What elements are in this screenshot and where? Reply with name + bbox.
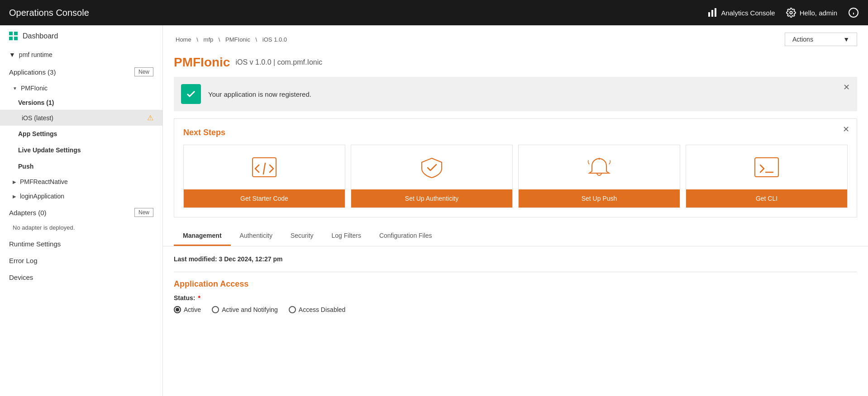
next-step-card-push[interactable]: Set Up Push: [518, 145, 680, 208]
app-version: iOS v 1.0.0 | com.pmf.Ionic: [235, 58, 322, 66]
analytics-console-label: Analytics Console: [721, 9, 775, 17]
sidebar-item-runtime-settings[interactable]: Runtime Settings: [0, 236, 162, 252]
sidebar-item-ios[interactable]: iOS (latest) ⚠: [0, 110, 162, 126]
radio-option-active-notifying[interactable]: Active and Notifying: [212, 306, 278, 313]
app-name: PMFIonic: [174, 55, 230, 70]
tab-management[interactable]: Management: [174, 226, 231, 246]
sidebar-item-live-update-settings[interactable]: Live Update Settings: [0, 142, 162, 158]
check-circle-icon: [181, 84, 201, 104]
sidebar-item-pmfionic[interactable]: ▼ PMFIonic: [0, 81, 162, 95]
applications-label: Applications (3): [9, 68, 56, 76]
next-step-card-authenticity[interactable]: Set Up Authenticity: [351, 145, 513, 208]
breadcrumb: Home \ mfp \ PMFIonic \ iOS 1.0.0: [174, 36, 289, 43]
pmf-runtime-label: pmf runtime: [19, 51, 52, 58]
breadcrumb-version[interactable]: iOS 1.0.0: [262, 36, 287, 43]
admin-menu[interactable]: Hello, admin: [786, 8, 837, 18]
tabs-bar: Management Authenticity Security Log Fil…: [163, 226, 868, 246]
svg-rect-2: [715, 8, 716, 17]
sidebar-item-error-log[interactable]: Error Log: [0, 252, 162, 269]
actions-dropdown[interactable]: Actions ▼: [785, 33, 857, 46]
breadcrumb-bar: Home \ mfp \ PMFIonic \ iOS 1.0.0 Action…: [163, 25, 868, 52]
divider: [174, 272, 857, 272]
svg-rect-10: [755, 158, 778, 177]
new-application-button[interactable]: New: [134, 67, 153, 76]
tab-content-management: Last modified: 3 Dec 2024, 12:27 pm Appl…: [163, 246, 868, 322]
push-label: Push: [18, 163, 33, 170]
breadcrumb-mfp[interactable]: mfp: [204, 36, 214, 43]
sidebar-section-pmf-runtime[interactable]: ▼ pmf runtime: [0, 47, 162, 63]
breadcrumb-sep3: \: [256, 36, 259, 43]
breadcrumb-home[interactable]: Home: [176, 36, 191, 43]
sidebar-adapters-row: Adapters (0) New: [0, 203, 162, 222]
card-icon-terminal: [686, 145, 847, 189]
sidebar-applications-row: Applications (3) New: [0, 63, 162, 81]
no-adapter-text: No adapter is deployed.: [0, 222, 162, 236]
ios-label: iOS (latest): [22, 114, 53, 122]
app-header: PMFIonic iOS v 1.0.0 | com.pmf.Ionic: [163, 52, 868, 77]
radio-disabled-circle: [289, 306, 296, 313]
bar-chart-icon: [707, 8, 717, 18]
radio-option-access-disabled[interactable]: Access Disabled: [289, 306, 346, 313]
radio-notifying-circle: [212, 306, 219, 313]
radio-option-active[interactable]: Active: [174, 306, 201, 313]
top-nav-right: Analytics Console Hello, admin: [707, 7, 859, 18]
status-label: Status:: [174, 294, 195, 302]
info-button[interactable]: [848, 7, 859, 18]
admin-label: Hello, admin: [800, 9, 837, 17]
sidebar-item-push[interactable]: Push: [0, 158, 162, 174]
radio-options: Active Active and Notifying Access Disab…: [174, 306, 857, 313]
svg-line-8: [263, 163, 265, 174]
radio-active-label: Active: [184, 306, 201, 313]
app-settings-label: App Settings: [18, 130, 57, 137]
app-title: Operations Console: [9, 8, 89, 18]
radio-active-dot: [176, 308, 179, 311]
new-adapter-button[interactable]: New: [134, 208, 153, 217]
next-steps-close-button[interactable]: ✕: [843, 124, 849, 134]
dashboard-grid-icon: [9, 32, 17, 40]
sidebar: Dashboard ▼ pmf runtime Applications (3)…: [0, 25, 163, 396]
set-up-authenticity-button[interactable]: Set Up Authenticity: [351, 189, 512, 207]
chevron-right-icon: ▶: [13, 194, 16, 199]
next-steps-section: Next Steps ✕ Get Starter Code: [174, 118, 857, 217]
chevron-down-icon: ▼: [13, 86, 17, 91]
sidebar-item-login-application[interactable]: ▶ loginApplication: [0, 189, 162, 203]
get-starter-code-button[interactable]: Get Starter Code: [184, 189, 345, 207]
tab-configuration-files[interactable]: Configuration Files: [370, 226, 441, 246]
sidebar-item-devices[interactable]: Devices: [0, 269, 162, 286]
analytics-console-link[interactable]: Analytics Console: [707, 8, 775, 18]
sidebar-item-app-settings[interactable]: App Settings: [0, 126, 162, 142]
set-up-push-button[interactable]: Set Up Push: [519, 189, 680, 207]
tab-log-filters[interactable]: Log Filters: [323, 226, 370, 246]
next-step-card-cli[interactable]: Get CLI: [686, 145, 848, 208]
tab-security[interactable]: Security: [281, 226, 323, 246]
gear-icon: [786, 8, 796, 18]
next-steps-cards: Get Starter Code Set Up Authenticity: [183, 145, 848, 208]
sidebar-item-dashboard[interactable]: Dashboard: [0, 25, 162, 47]
svg-rect-0: [708, 12, 710, 17]
app-title-row: PMFIonic iOS v 1.0.0 | com.pmf.Ionic: [174, 55, 857, 70]
main-layout: Dashboard ▼ pmf runtime Applications (3)…: [0, 25, 868, 396]
sidebar-versions: Versions (1): [0, 95, 162, 110]
radio-active-circle: [174, 306, 181, 313]
runtime-settings-label: Runtime Settings: [9, 240, 61, 248]
pmf-react-native-label: PMFReactNative: [20, 178, 68, 185]
registered-banner: Your application is now registered. ✕: [174, 77, 857, 111]
pmfionic-label: PMFIonic: [21, 85, 48, 92]
card-icon-code: [184, 145, 345, 189]
breadcrumb-pmfionic[interactable]: PMFIonic: [225, 36, 250, 43]
get-cli-button[interactable]: Get CLI: [686, 189, 847, 207]
radio-disabled-label: Access Disabled: [299, 306, 346, 313]
card-icon-shield: [351, 145, 512, 189]
application-access-title: Application Access: [174, 279, 857, 289]
card-icon-bell: [519, 145, 680, 189]
next-step-card-starter-code[interactable]: Get Starter Code: [183, 145, 345, 208]
banner-close-button[interactable]: ✕: [843, 82, 850, 92]
banner-text: Your application is now registered.: [208, 90, 850, 98]
svg-rect-1: [711, 10, 713, 17]
top-nav: Operations Console Analytics Console Hel…: [0, 0, 868, 25]
sidebar-item-pmf-react-native[interactable]: ▶ PMFReactNative: [0, 174, 162, 189]
chevron-down-icon: ▼: [9, 51, 15, 58]
error-log-label: Error Log: [9, 257, 38, 264]
next-steps-title: Next Steps: [183, 128, 848, 137]
tab-authenticity[interactable]: Authenticity: [231, 226, 281, 246]
